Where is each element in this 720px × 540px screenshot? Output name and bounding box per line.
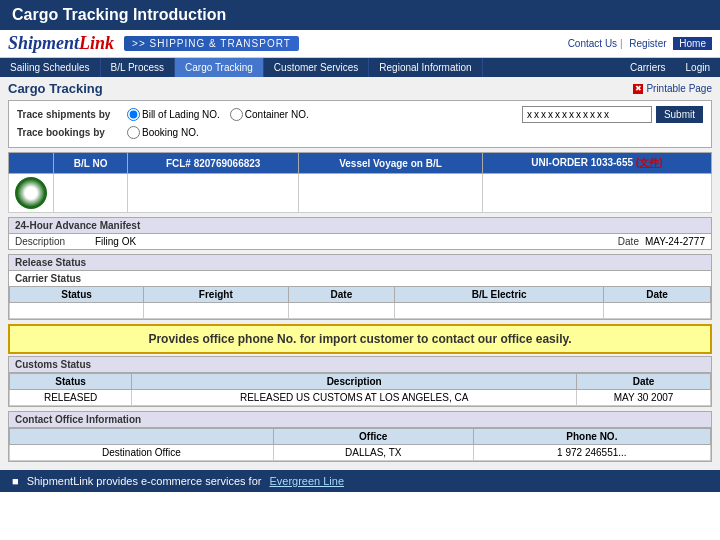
release-col-electric: B/L Electric (395, 287, 604, 303)
customs-col-desc: Description (132, 374, 577, 390)
page-title: Cargo Tracking (8, 81, 103, 96)
customs-header: Customs Status (9, 357, 711, 373)
bottom-bar: ■ ShipmentLink provides e-commerce servi… (0, 470, 720, 492)
contact-table: Office Phone NO. Destination Office DALL… (9, 428, 711, 461)
nav-item-regional[interactable]: Regional Information (369, 58, 482, 77)
search-row-2: Trace bookings by Booking NO. (17, 126, 703, 139)
result-col-fcl: FCL# 820769066823 (128, 153, 299, 174)
release-empty-row (10, 303, 711, 319)
contact-link[interactable]: Contact Us (568, 38, 617, 49)
contact-section: Contact Office Information Office Phone … (8, 411, 712, 462)
contact-phone: 1 972 246551... (473, 445, 710, 461)
nav-item-cargo[interactable]: Cargo Tracking (175, 58, 264, 77)
logo-link: Link (79, 33, 114, 53)
nav-item-bl[interactable]: B/L Process (101, 58, 176, 77)
result-col-logo (9, 153, 54, 174)
release-col-status: Status (10, 287, 144, 303)
radio-bl[interactable]: Bill of Lading NO. (127, 108, 220, 121)
contact-office: DALLAS, TX (273, 445, 473, 461)
search-row-1: Trace shipments by Bill of Lading NO. Co… (17, 106, 703, 123)
page-title-bar: Cargo Tracking ✖ Printable Page (8, 81, 712, 96)
result-uniorder-cell (482, 174, 711, 213)
home-button[interactable]: Home (673, 37, 712, 50)
content-area: Cargo Tracking ✖ Printable Page Trace sh… (0, 77, 720, 470)
customs-description: RELEASED US CUSTOMS AT LOS ANGELES, CA (132, 390, 577, 406)
page-header: Cargo Tracking Introduction (0, 0, 720, 30)
release-col-date2: Date (604, 287, 711, 303)
site-logo[interactable]: ShipmentLink (8, 33, 114, 54)
search-input[interactable] (522, 106, 652, 123)
manifest-header: 24-Hour Advance Manifest (9, 218, 711, 234)
shipment-radio-group: Bill of Lading NO. Container NO. (127, 108, 309, 121)
shipping-badge: >> SHIPPING & TRANSPORT (124, 36, 299, 51)
result-col-vessel: Vessel Voyage on B/L (299, 153, 483, 174)
customs-status: RELEASED (10, 390, 132, 406)
page-header-title: Cargo Tracking Introduction (12, 6, 226, 23)
manifest-desc-value: Filing OK (95, 236, 618, 247)
release-col-freight: Freight (144, 287, 288, 303)
release-col-date: Date (288, 287, 395, 303)
logo-ship: Shipment (8, 33, 79, 53)
manifest-desc-label: Description (15, 236, 95, 247)
search-box: Trace shipments by Bill of Lading NO. Co… (8, 100, 712, 148)
printable-link[interactable]: ✖ Printable Page (633, 83, 712, 94)
contact-col-desc (10, 429, 274, 445)
result-table: B/L NO FCL# 820769066823 Vessel Voyage o… (8, 152, 712, 213)
booking-radio-group: Booking NO. (127, 126, 199, 139)
contact-col-office: Office (273, 429, 473, 445)
manifest-date-value: MAY-24-2777 (645, 236, 705, 247)
contact-row: Destination Office DALLAS, TX 1 972 2465… (10, 445, 711, 461)
nav-item-login[interactable]: Login (676, 58, 720, 77)
contact-header: Contact Office Information (9, 412, 711, 428)
result-logo-cell: ✿ (9, 174, 54, 213)
submit-button[interactable]: Submit (656, 106, 703, 123)
customs-date: MAY 30 2007 (577, 390, 711, 406)
radio-container[interactable]: Container NO. (230, 108, 309, 121)
print-icon: ✖ (633, 84, 643, 94)
radio-container-input[interactable] (230, 108, 243, 121)
search-input-area: Submit (309, 106, 703, 123)
customs-table: Status Description Date RELEASED RELEASE… (9, 373, 711, 406)
customs-col-date: Date (577, 374, 711, 390)
table-row: ✿ (9, 174, 712, 213)
carrier-status-label: Carrier Status (9, 271, 711, 286)
customs-row: RELEASED RELEASED US CUSTOMS AT LOS ANGE… (10, 390, 711, 406)
logo-area: ShipmentLink >> SHIPPING & TRANSPORT (8, 33, 299, 54)
result-bl-cell (54, 174, 128, 213)
register-link[interactable]: Register (629, 38, 666, 49)
carrier-logo: ✿ (15, 177, 47, 209)
radio-booking-input[interactable] (127, 126, 140, 139)
main-nav: Sailing Schedules B/L Process Cargo Trac… (0, 58, 720, 77)
nav-item-carriers[interactable]: Carriers (620, 58, 676, 77)
evergreen-link[interactable]: Evergreen Line (269, 475, 344, 487)
manifest-row: Description Filing OK Date MAY-24-2777 (9, 234, 711, 249)
result-fcl-cell (128, 174, 299, 213)
release-table: Status Freight Date B/L Electric Date (9, 286, 711, 319)
customs-section: Customs Status Status Description Date R… (8, 356, 712, 407)
result-col-bl: B/L NO (54, 153, 128, 174)
contact-desc: Destination Office (10, 445, 274, 461)
customs-col-status: Status (10, 374, 132, 390)
divider: | (620, 38, 625, 49)
bottom-bullet: ■ (12, 475, 19, 487)
trace-bookings-label: Trace bookings by (17, 127, 127, 138)
bottom-text: ShipmentLink provides e-commerce service… (27, 475, 262, 487)
trace-shipments-label: Trace shipments by (17, 109, 127, 120)
top-links: Contact Us | Register Home (564, 38, 712, 49)
radio-bl-input[interactable] (127, 108, 140, 121)
release-section: Release Status Carrier Status Status Fre… (8, 254, 712, 320)
top-nav: ShipmentLink >> SHIPPING & TRANSPORT Con… (0, 30, 720, 58)
manifest-date-label: Date (618, 236, 639, 247)
result-vessel-cell (299, 174, 483, 213)
highlight-box: Provides office phone No. for import cus… (8, 324, 712, 354)
radio-booking[interactable]: Booking NO. (127, 126, 199, 139)
result-col-uniorder: UNI-ORDER 1033-655 (文件) (482, 153, 711, 174)
manifest-section: 24-Hour Advance Manifest Description Fil… (8, 217, 712, 250)
contact-col-phone: Phone NO. (473, 429, 710, 445)
nav-item-customer[interactable]: Customer Services (264, 58, 369, 77)
release-header: Release Status (9, 255, 711, 271)
nav-item-sailing[interactable]: Sailing Schedules (0, 58, 101, 77)
